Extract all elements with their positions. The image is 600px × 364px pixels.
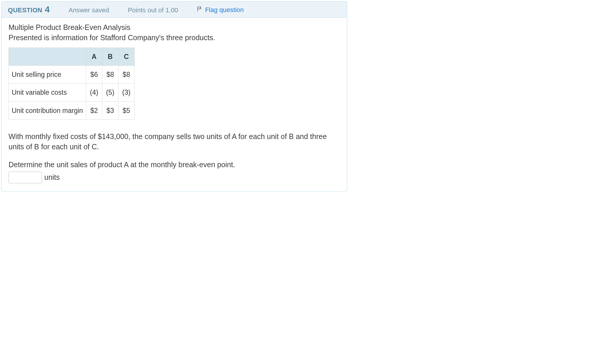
units-label: units — [44, 172, 60, 182]
question-intro: Multiple Product Break-Even Analysis Pre… — [9, 22, 340, 43]
question-container: QUESTION 4 Answer saved Points out of 1.… — [1, 1, 347, 192]
table-row: Unit contribution margin $2 $3 $5 — [9, 101, 135, 119]
table-cell: (3) — [118, 84, 134, 101]
flag-question-link[interactable]: Flag question — [197, 6, 244, 14]
row-label: Unit selling price — [9, 66, 86, 84]
table-cell: $6 — [86, 66, 102, 84]
flag-question-text: Flag question — [205, 6, 244, 14]
question-subtitle: Presented is information for Stafford Co… — [9, 33, 340, 43]
points-label: Points out of 1.00 — [128, 6, 178, 14]
table-header-row: A B C — [9, 48, 135, 66]
row-label: Unit contribution margin — [9, 101, 86, 119]
table-cell: $8 — [118, 66, 134, 84]
answer-input[interactable] — [9, 172, 42, 183]
flag-icon — [197, 6, 203, 14]
question-body: Multiple Product Break-Even Analysis Pre… — [1, 18, 347, 192]
table-cell: $8 — [102, 66, 118, 84]
col-header: C — [118, 48, 134, 66]
row-label: Unit variable costs — [9, 84, 86, 101]
col-header: B — [102, 48, 118, 66]
product-data-table: A B C Unit selling price $6 $8 $8 Unit v… — [9, 48, 135, 120]
question-label-text: QUESTION — [8, 6, 42, 14]
answer-status: Answer saved — [69, 6, 109, 14]
table-cell: $5 — [118, 101, 134, 119]
answer-line: units — [9, 172, 340, 183]
table-row: Unit selling price $6 $8 $8 — [9, 66, 135, 84]
col-header: A — [86, 48, 102, 66]
question-title: Multiple Product Break-Even Analysis — [9, 22, 340, 33]
table-cell: $3 — [102, 101, 118, 119]
question-number-value: 4 — [45, 4, 50, 14]
table-cell: (5) — [102, 84, 118, 101]
question-header: QUESTION 4 Answer saved Points out of 1.… — [1, 1, 347, 18]
table-cell: $2 — [86, 101, 102, 119]
table-row: Unit variable costs (4) (5) (3) — [9, 84, 135, 101]
question-number: QUESTION 4 — [8, 4, 50, 14]
table-corner-cell — [9, 48, 86, 66]
table-cell: (4) — [86, 84, 102, 101]
problem-paragraph-1: With monthly fixed costs of $143,000, th… — [9, 131, 340, 152]
problem-paragraph-2: Determine the unit sales of product A at… — [9, 160, 340, 170]
